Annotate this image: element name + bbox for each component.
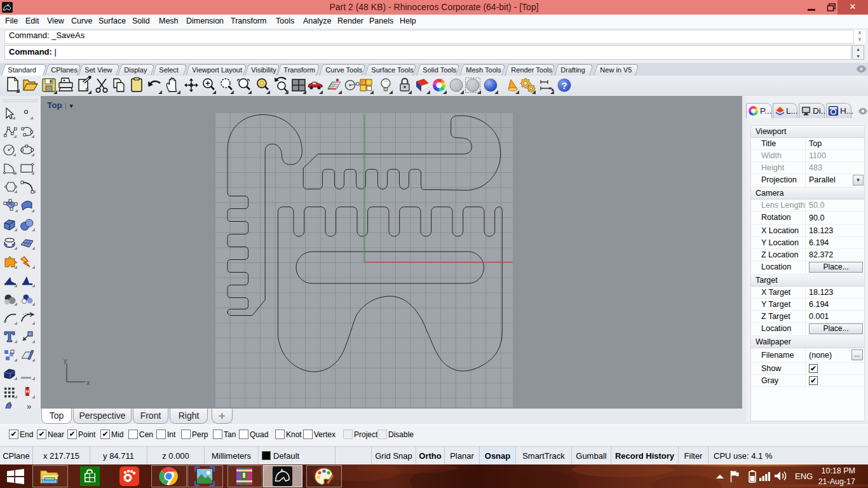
svg-text:?: ? — [561, 80, 567, 91]
svg-text:x: x — [86, 379, 90, 386]
svg-text:»: » — [27, 402, 31, 409]
svg-text:y: y — [64, 356, 67, 364]
